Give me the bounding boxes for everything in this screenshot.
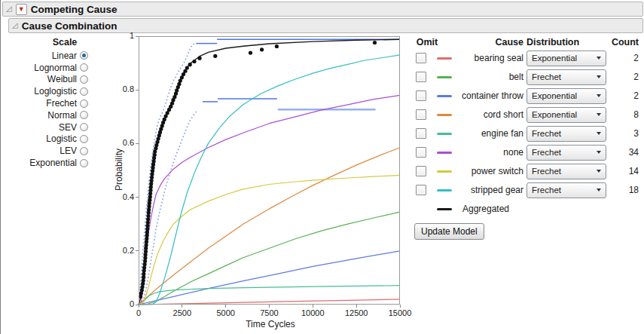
scale-radio-list: LinearLognormalWeibullLoglogisticFrechet…: [1, 50, 88, 169]
y-tick-label: 0.4: [110, 192, 134, 201]
red-triangle-menu-icon[interactable]: ▼: [16, 4, 27, 15]
curve-stripped-gear: [139, 55, 400, 305]
data-point: [197, 57, 201, 60]
scale-radio-weibull[interactable]: [80, 75, 88, 84]
data-point: [188, 63, 192, 66]
distribution-dropdown-cord-short[interactable]: Exponential: [526, 107, 606, 123]
radio-selected-dot: [82, 54, 86, 57]
omit-checkbox-engine-fan[interactable]: [416, 128, 426, 139]
scale-option-label: Loglogistic: [34, 86, 77, 97]
scale-option-normal: Normal: [1, 109, 88, 121]
x-tick-mark: [139, 305, 139, 308]
y-tick-mark: [136, 143, 139, 144]
column-header-distribution: Distribution: [526, 37, 579, 47]
x-tick-mark: [182, 305, 182, 308]
count-value: 18: [601, 185, 639, 195]
y-tick-mark: [136, 250, 139, 251]
cause-label: cord short: [448, 109, 523, 120]
scale-radio-frechet[interactable]: [80, 100, 88, 108]
distribution-value: Exponential: [532, 54, 577, 63]
data-point: [249, 51, 252, 55]
distribution-dropdown-none[interactable]: Frechet: [526, 145, 606, 161]
count-value: 2: [601, 90, 639, 101]
y-tick-label: 0: [110, 299, 134, 308]
aggregated-label: Aggregated: [448, 204, 523, 214]
omit-checkbox-stripped-gear[interactable]: [416, 185, 426, 195]
probability-plot: [139, 36, 400, 305]
x-axis-title: Time Cycles: [214, 319, 327, 329]
cause-label: belt: [448, 72, 523, 82]
distribution-dropdown-belt[interactable]: Frechet: [526, 69, 606, 85]
curve-power-switch: [139, 175, 400, 305]
column-header-count: Count: [601, 37, 639, 47]
y-axis-title: Probability: [114, 143, 124, 196]
distribution-dropdown-container-throw[interactable]: Exponential: [526, 88, 606, 104]
scale-option-label: SEV: [59, 122, 77, 133]
scale-radio-linear[interactable]: [80, 51, 88, 60]
y-tick-label: 0.6: [110, 138, 134, 147]
scale-radio-sev[interactable]: [80, 123, 88, 131]
omit-checkbox-container-throw[interactable]: [416, 90, 426, 101]
distribution-value: Frechet: [532, 148, 561, 157]
omit-checkbox-none[interactable]: [416, 147, 426, 158]
omit-checkbox-cord-short[interactable]: [416, 109, 426, 120]
x-tick-label: 2500: [163, 308, 201, 317]
update-model-button[interactable]: Update Model: [414, 223, 484, 240]
data-point: [275, 44, 279, 48]
count-value: 14: [601, 166, 639, 176]
x-tick-mark: [269, 305, 270, 308]
curve-bearing-seal: [139, 299, 400, 305]
data-point: [213, 54, 217, 58]
confidence-band-lower: [143, 110, 198, 302]
scale-radio-exponential[interactable]: [80, 159, 88, 167]
omit-checkbox-power-switch[interactable]: [416, 166, 426, 176]
scale-option-lev: LEV: [1, 145, 88, 157]
distribution-dropdown-stripped-gear[interactable]: Frechet: [526, 182, 606, 198]
x-tick-label: 5000: [207, 308, 245, 317]
section-header-cause-combination: ◿ Cause Combination: [8, 18, 643, 33]
disclosure-triangle-icon[interactable]: ◿: [6, 5, 12, 13]
curve-none: [139, 95, 400, 305]
y-tick-mark: [136, 197, 139, 198]
y-tick-mark: [136, 90, 139, 90]
x-tick-label: 12500: [337, 308, 375, 317]
scale-option-label: Exponential: [29, 158, 77, 168]
scale-option-label: Normal: [47, 110, 77, 121]
scale-radio-logistic[interactable]: [80, 135, 88, 143]
scale-radio-loglogistic[interactable]: [80, 87, 88, 96]
omit-checkbox-belt[interactable]: [416, 72, 426, 82]
omit-checkbox-bearing-seal[interactable]: [416, 53, 426, 63]
distribution-value: Frechet: [532, 185, 561, 195]
scale-option-lognormal: Lognormal: [1, 62, 88, 74]
scale-radio-lev[interactable]: [80, 147, 88, 155]
scale-option-frechet: Frechet: [1, 97, 88, 109]
section-title: Cause Combination: [22, 20, 118, 32]
cause-label: stripped gear: [448, 185, 523, 195]
scale-option-exponential: Exponential: [1, 157, 88, 169]
y-tick-label: 0.2: [110, 246, 134, 255]
column-header-omit: Omit: [416, 37, 438, 47]
scale-option-label: Logistic: [46, 133, 77, 144]
scale-option-weibull: Weibull: [1, 74, 88, 86]
count-value: 2: [601, 72, 639, 82]
scale-option-sev: SEV: [1, 121, 88, 133]
disclosure-triangle-icon[interactable]: ◿: [12, 22, 18, 29]
y-tick-label: 0.8: [110, 84, 134, 93]
x-tick-mark: [400, 305, 401, 308]
scale-option-linear: Linear: [1, 50, 88, 62]
curve-container-throw: [139, 251, 400, 305]
x-tick-label: 10000: [294, 308, 331, 317]
distribution-value: Frechet: [532, 167, 561, 176]
curve-aggregated: [139, 39, 400, 305]
distribution-dropdown-power-switch[interactable]: Frechet: [526, 164, 606, 179]
scale-radio-lognormal[interactable]: [80, 63, 88, 72]
column-header-cause: Cause: [448, 37, 523, 47]
cause-label: none: [448, 147, 523, 158]
x-tick-mark: [356, 305, 357, 308]
scale-option-label: Frechet: [46, 98, 77, 109]
scale-panel-title: Scale: [31, 37, 99, 47]
distribution-dropdown-bearing-seal[interactable]: Exponential: [526, 51, 606, 66]
scale-option-label: LEV: [60, 146, 77, 156]
scale-radio-normal[interactable]: [80, 111, 88, 119]
distribution-dropdown-engine-fan[interactable]: Frechet: [526, 126, 606, 142]
